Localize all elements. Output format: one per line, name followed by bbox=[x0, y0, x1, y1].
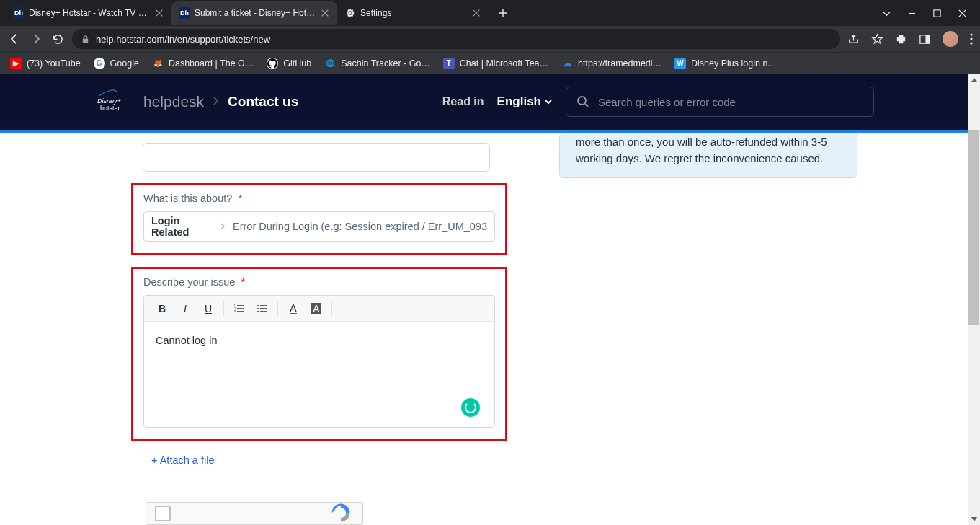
close-window-icon[interactable] bbox=[958, 9, 967, 18]
search-input[interactable]: Search queries or error code bbox=[566, 87, 874, 117]
svg-text:Disney+: Disney+ bbox=[97, 97, 121, 105]
svg-point-14 bbox=[257, 305, 259, 306]
back-button[interactable] bbox=[7, 32, 22, 46]
extensions-icon[interactable] bbox=[895, 33, 907, 45]
browser-tab-0[interactable]: Dh Disney+ Hotstar - Watch TV Show bbox=[6, 1, 172, 25]
side-panel-icon[interactable] bbox=[919, 33, 931, 45]
chevron-right-icon bbox=[213, 95, 219, 108]
browser-tab-1[interactable]: Dh Submit a ticket - Disney+ Hotsta bbox=[172, 1, 337, 25]
close-icon[interactable] bbox=[320, 8, 330, 18]
close-icon[interactable] bbox=[154, 8, 164, 18]
separator bbox=[277, 301, 278, 316]
tab-favicon: Dh bbox=[13, 7, 24, 19]
bookmark-framedmedi[interactable]: ☁https://framedmedi… bbox=[561, 58, 662, 69]
editor-content: Cannot log in bbox=[156, 335, 217, 346]
recaptcha-logo-icon bbox=[328, 502, 357, 524]
browser-address-bar: help.hotstar.com/in/en/support/tickets/n… bbox=[0, 26, 980, 52]
browser-tab-2[interactable]: ⚙ Settings bbox=[337, 1, 489, 25]
info-notice: more than once, you will be auto-refunde… bbox=[559, 133, 858, 178]
category-selector[interactable]: Login Related Error During Login (e.g: S… bbox=[143, 211, 495, 242]
svg-point-16 bbox=[257, 311, 259, 312]
svg-point-15 bbox=[257, 308, 259, 309]
share-icon[interactable] bbox=[847, 33, 860, 45]
about-field: What is this about? * Login Related Erro… bbox=[131, 183, 507, 255]
bookmark-youtube[interactable]: ▶(73) YouTube bbox=[10, 58, 81, 69]
profile-avatar[interactable] bbox=[943, 31, 958, 47]
svg-text:3: 3 bbox=[234, 310, 236, 313]
bold-button[interactable]: B bbox=[151, 299, 173, 318]
bookmark-disney-login[interactable]: WDisney Plus login n… bbox=[674, 58, 777, 69]
bookmark-dashboard[interactable]: 🦊Dashboard | The O… bbox=[152, 58, 254, 69]
chat-widget-icon[interactable] bbox=[461, 398, 480, 417]
url-text: help.hotstar.com/in/en/support/tickets/n… bbox=[96, 34, 270, 45]
chevron-down-icon bbox=[544, 98, 553, 105]
text-input[interactable] bbox=[143, 143, 490, 172]
bookmark-github[interactable]: GitHub bbox=[267, 58, 311, 69]
underline-button[interactable]: U bbox=[197, 299, 219, 318]
url-input[interactable]: help.hotstar.com/in/en/support/tickets/n… bbox=[72, 29, 840, 49]
scroll-thumb[interactable] bbox=[968, 130, 979, 325]
svg-text:hotstar: hotstar bbox=[100, 105, 120, 112]
category-sub: Error During Login (e.g: Session expired… bbox=[233, 221, 487, 232]
italic-button[interactable]: I bbox=[174, 299, 196, 318]
page-title: Contact us bbox=[228, 94, 298, 110]
describe-label: Describe your issue * bbox=[143, 276, 495, 288]
info-text: more than once, you will be auto-refunde… bbox=[576, 136, 827, 164]
scroll-down-arrow[interactable] bbox=[968, 513, 980, 525]
text-color-button[interactable]: A bbox=[282, 299, 304, 318]
unordered-list-button[interactable] bbox=[251, 299, 273, 318]
separator bbox=[331, 301, 332, 316]
svg-rect-0 bbox=[934, 9, 940, 16]
lock-icon bbox=[81, 35, 90, 44]
gear-icon: ⚙ bbox=[344, 7, 356, 19]
hotstar-logo-icon: Disney+hotstar bbox=[97, 89, 132, 115]
svg-point-6 bbox=[970, 42, 972, 44]
bookmark-tracker[interactable]: 🌐Sachin Tracker - Go… bbox=[324, 58, 430, 69]
maximize-icon[interactable] bbox=[932, 9, 942, 18]
bookmarks-bar: ▶(73) YouTube GGoogle 🦊Dashboard | The O… bbox=[0, 52, 980, 74]
forward-button[interactable] bbox=[29, 32, 43, 46]
recaptcha[interactable] bbox=[146, 502, 363, 525]
reload-button[interactable] bbox=[50, 32, 65, 46]
tab-title: Settings bbox=[360, 8, 467, 18]
chevron-right-icon bbox=[220, 221, 226, 232]
svg-point-4 bbox=[970, 33, 972, 35]
readin-label: Read in bbox=[442, 95, 484, 108]
new-tab-button[interactable] bbox=[493, 3, 513, 23]
bookmark-google[interactable]: GGoogle bbox=[94, 58, 139, 69]
svg-rect-3 bbox=[925, 35, 930, 43]
language-selector[interactable]: English bbox=[497, 94, 553, 109]
chevron-down-icon[interactable] bbox=[882, 9, 891, 18]
helpdesk-label: helpdesk bbox=[143, 93, 204, 110]
svg-point-10 bbox=[578, 97, 586, 105]
about-label: What is this about? * bbox=[143, 193, 495, 204]
bookmark-teams[interactable]: TChat | Microsoft Tea… bbox=[443, 58, 548, 69]
site-header: Disney+hotstar helpdesk Contact us Read … bbox=[0, 74, 968, 133]
svg-rect-1 bbox=[83, 38, 88, 43]
attach-file-link[interactable]: + Attach a file bbox=[151, 454, 520, 466]
kebab-menu-icon[interactable] bbox=[970, 33, 973, 45]
bookmark-star-icon[interactable] bbox=[871, 33, 883, 45]
tab-title: Disney+ Hotstar - Watch TV Show bbox=[29, 8, 150, 18]
recaptcha-checkbox[interactable] bbox=[155, 506, 171, 521]
describe-field: Describe your issue * B I U 123 A A bbox=[131, 267, 507, 441]
rich-text-editor: B I U 123 A A Cannot log in bbox=[143, 295, 495, 428]
ordered-list-button[interactable]: 123 bbox=[228, 299, 250, 318]
svg-point-5 bbox=[970, 38, 972, 40]
tab-favicon: Dh bbox=[179, 7, 190, 19]
category-main: Login Related bbox=[151, 215, 213, 238]
editor-textarea[interactable]: Cannot log in bbox=[144, 322, 494, 427]
browser-titlebar: Dh Disney+ Hotstar - Watch TV Show Dh Su… bbox=[0, 0, 980, 26]
window-controls bbox=[882, 9, 980, 18]
vertical-scrollbar[interactable] bbox=[968, 74, 980, 525]
editor-toolbar: B I U 123 A A bbox=[144, 296, 494, 322]
site-logo[interactable]: Disney+hotstar helpdesk bbox=[97, 89, 204, 115]
close-icon[interactable] bbox=[471, 8, 481, 18]
minimize-icon[interactable] bbox=[907, 9, 917, 18]
scroll-up-arrow[interactable] bbox=[968, 74, 980, 86]
search-icon bbox=[576, 95, 589, 108]
tab-title: Submit a ticket - Disney+ Hotsta bbox=[195, 8, 316, 18]
highlight-color-button[interactable]: A bbox=[306, 299, 327, 318]
separator bbox=[223, 301, 224, 316]
search-placeholder: Search queries or error code bbox=[598, 96, 736, 108]
